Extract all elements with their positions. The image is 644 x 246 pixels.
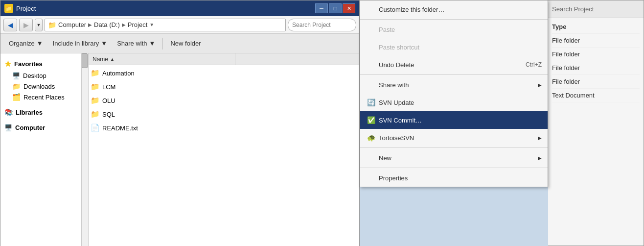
table-row[interactable]: 📁 Automation (89, 66, 359, 80)
ctx-tortoisesvn[interactable]: 🐢 TortoiseSVN ▶ (360, 129, 548, 147)
table-row[interactable]: 📁 OLU (89, 94, 359, 107)
forward-button[interactable]: ▶ (19, 19, 33, 31)
share-arrow-icon: ▶ (538, 82, 542, 88)
breadcrumb-drive[interactable]: Data (D:) (94, 21, 120, 28)
type-list: Type File folder File folder File folder… (548, 18, 644, 104)
file-name-olu: OLU (102, 97, 357, 104)
undo-shortcut: Ctrl+Z (526, 61, 542, 68)
svn-commit-icon: ✅ (366, 116, 376, 124)
type-value-1: File folder (552, 37, 580, 44)
breadcrumb-computer[interactable]: Computer (58, 21, 86, 28)
type-row: Text Document (552, 89, 640, 102)
type-row: File folder (552, 48, 640, 61)
sidebar-item-downloads[interactable]: 📁 Downloads (0, 81, 88, 92)
file-icon-automation: 📁 (91, 69, 100, 77)
breadcrumb[interactable]: 📁 Computer ▶ Data (D:) ▶ Project ▼ (45, 19, 286, 31)
table-row[interactable]: 📁 SQL (89, 107, 359, 121)
new-folder-button[interactable]: New folder (166, 36, 205, 51)
ctx-new[interactable]: New ▶ (360, 149, 548, 167)
ctx-sep3 (360, 148, 548, 148)
search-input[interactable] (288, 19, 356, 31)
breadcrumb-sep1: ▶ (88, 22, 92, 27)
ctx-svn-update[interactable]: 🔄 SVN Update (360, 94, 548, 111)
explorer-window: 📁 Project ─ □ ✕ ◀ ▶ ▼ 📁 Computer ▶ Data … (0, 0, 360, 246)
file-name-automation: Automation (102, 70, 357, 77)
type-value-4: File folder (552, 78, 580, 85)
new-arrow-icon: ▶ (538, 155, 542, 161)
type-row: File folder (552, 75, 640, 89)
favorites-section: ★ Favorites 🖥️ Desktop 📁 Downloads 🗂️ Re… (0, 57, 88, 102)
name-column-header[interactable]: Name ▲ (89, 53, 235, 65)
computer-header[interactable]: 🖥️ Computer (0, 122, 88, 133)
history-dropdown[interactable]: ▼ (35, 19, 43, 31)
file-header: Name ▲ (89, 53, 359, 65)
star-icon: ★ (4, 59, 11, 69)
window-title: Project (16, 5, 36, 12)
breadcrumb-project[interactable]: Project (128, 21, 147, 28)
type-column-header: Type (552, 23, 566, 30)
context-menu: Customize this folder… Paste Paste short… (360, 0, 548, 187)
undo-delete-label: Undo Delete (379, 61, 526, 69)
ctx-sep2 (360, 74, 548, 75)
share-arrow: ▼ (149, 40, 156, 47)
tortoise-icon: 🐢 (366, 134, 376, 142)
include-label: Include in library (53, 40, 99, 47)
desktop-icon: 🖥️ (12, 72, 20, 79)
ctx-share-with[interactable]: Share with ▶ (360, 76, 548, 94)
tortoisesvn-label: TortoiseSVN (379, 134, 538, 142)
table-row[interactable]: 📁 LCM (89, 80, 359, 94)
left-panel: ★ Favorites 🖥️ Desktop 📁 Downloads 🗂️ Re… (0, 53, 89, 246)
ctx-properties[interactable]: Properties (360, 169, 548, 187)
file-name-lcm: LCM (102, 83, 357, 91)
type-value-2: File folder (552, 50, 580, 58)
share-label: Share with (117, 40, 147, 47)
close-button[interactable]: ✕ (343, 3, 355, 13)
organize-label: Organize (9, 40, 35, 47)
paste-label: Paste (379, 26, 542, 33)
organize-arrow: ▼ (37, 40, 43, 47)
type-value-5: Text Document (552, 92, 595, 99)
share-with-button[interactable]: Share with ▼ (113, 36, 160, 51)
ctx-undo-delete[interactable]: Undo Delete Ctrl+Z (360, 56, 548, 74)
favorites-header[interactable]: ★ Favorites (0, 57, 88, 71)
include-in-library-button[interactable]: Include in library ▼ (48, 36, 112, 51)
sidebar-item-desktop[interactable]: 🖥️ Desktop (0, 71, 88, 81)
libraries-header[interactable]: 📚 Libraries (0, 106, 88, 118)
maximize-button[interactable]: □ (329, 3, 342, 13)
properties-label: Properties (379, 174, 542, 182)
file-name-sql: SQL (102, 111, 357, 118)
file-icon-lcm: 📁 (91, 82, 100, 91)
ctx-svn-commit[interactable]: ✅ SVN Commit… (360, 111, 548, 129)
back-button[interactable]: ◀ (3, 19, 17, 31)
recent-places-label: Recent Places (23, 94, 65, 101)
ctx-sep4 (360, 168, 548, 168)
main-area: ★ Favorites 🖥️ Desktop 📁 Downloads 🗂️ Re… (0, 53, 359, 246)
libraries-label: Libraries (16, 109, 43, 116)
ctx-paste: Paste (360, 21, 548, 38)
ctx-customize[interactable]: Customize this folder… (360, 0, 548, 18)
organize-button[interactable]: Organize ▼ (4, 36, 47, 51)
file-list: 📁 Automation 📁 LCM 📁 OLU 📁 SQL 📄 (89, 65, 359, 136)
scrollbar[interactable] (81, 53, 88, 246)
search-header: Search Project (548, 0, 644, 18)
downloads-label: Downloads (23, 83, 55, 90)
table-row[interactable]: 📄 README.txt (89, 121, 359, 135)
sidebar-item-recent-places[interactable]: 🗂️ Recent Places (0, 92, 88, 102)
share-with-label: Share with (379, 81, 538, 89)
address-bar: ◀ ▶ ▼ 📁 Computer ▶ Data (D:) ▶ Project ▼ (0, 16, 359, 34)
minimize-button[interactable]: ─ (315, 3, 328, 13)
favorites-label: Favorites (14, 60, 43, 68)
scrollbar-thumb[interactable] (82, 53, 88, 68)
paste-shortcut-label: Paste shortcut (379, 44, 542, 51)
include-arrow: ▼ (101, 40, 107, 47)
tortoise-arrow-icon: ▶ (538, 135, 542, 141)
search-text: Search Project (552, 5, 594, 13)
type-value-3: File folder (552, 64, 580, 72)
breadcrumb-sep3: ▼ (149, 22, 154, 27)
right-extension-panel: Search Project Type File folder File fol… (548, 0, 644, 246)
file-area: Name ▲ 📁 Automation 📁 LCM 📁 OLU (89, 53, 359, 246)
file-icon-olu: 📁 (91, 96, 100, 105)
new-label: New (379, 154, 538, 162)
new-folder-label: New folder (170, 40, 201, 47)
downloads-folder-icon: 📁 (12, 82, 21, 90)
